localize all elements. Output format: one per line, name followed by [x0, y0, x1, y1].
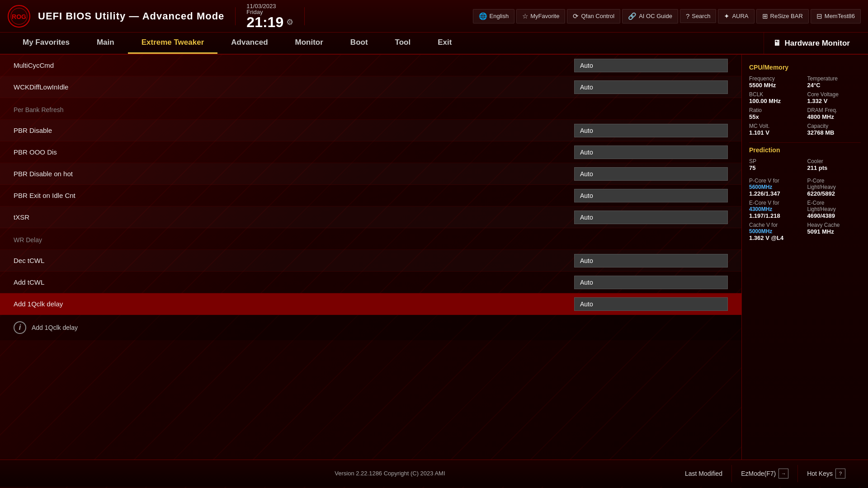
tab-boot[interactable]: Boot	[337, 33, 382, 54]
setting-value-pbr-exit-on-idle[interactable]: Auto	[574, 189, 728, 202]
setting-name-wck-diff: WCKDiffLowInIdle	[14, 83, 574, 91]
tool-search[interactable]: ? Search	[680, 9, 717, 23]
hardware-monitor-title: Hardware Monitor	[784, 39, 850, 48]
setting-row-wck-diff[interactable]: WCKDiffLowInIdle Auto	[0, 76, 741, 98]
setting-value-pbr-disable[interactable]: Auto	[574, 124, 728, 137]
ecore-v-value: 1.197/1.218	[749, 212, 803, 219]
section-label-wr-delay: WR Delay	[14, 236, 728, 244]
tab-tool[interactable]: Tool	[382, 33, 425, 54]
cache-v-freq: 5000MHz	[749, 228, 803, 235]
tab-advanced[interactable]: Advanced	[217, 33, 281, 54]
info-text: Add 1Qclk delay	[32, 324, 78, 331]
pcore-v-freq: 5600MHz	[749, 184, 803, 190]
core-voltage-value: 1.332 V	[807, 98, 861, 104]
pcore-lh-label: P-Core	[807, 178, 861, 184]
ezmode-button[interactable]: EzMode(F7) →	[731, 465, 797, 482]
tab-my-favorites[interactable]: My Favorites	[9, 33, 83, 54]
setting-value-add-1qclk-delay[interactable]: Auto	[574, 297, 728, 311]
app-title: UEFI BIOS Utility — Advanced Mode	[38, 10, 224, 22]
last-modified-button[interactable]: Last Modified	[676, 466, 731, 481]
tool-aioc[interactable]: 🔗 AI OC Guide	[622, 9, 678, 23]
setting-row-pbr-disable[interactable]: PBR Disable Auto	[0, 120, 741, 141]
monitor-grid-top: Frequency 5500 MHz Temperature 24°C BCLK…	[749, 75, 861, 136]
tab-main[interactable]: Main	[83, 33, 128, 54]
tool-myfavorite[interactable]: ☆ MyFavorite	[516, 9, 565, 23]
setting-row-pbr-ooo-dis[interactable]: PBR OOO Dis Auto	[0, 141, 741, 163]
ezmode-icon: →	[778, 469, 788, 479]
setting-value-txsr[interactable]: Auto	[574, 211, 728, 224]
setting-value-pbr-disable-on-hot[interactable]: Auto	[574, 167, 728, 181]
cooler-label: Cooler	[807, 158, 861, 164]
setting-value-pbr-ooo-dis[interactable]: Auto	[574, 145, 728, 159]
setting-name-pbr-disable: PBR Disable	[14, 127, 574, 134]
setting-value-wck-diff[interactable]: Auto	[574, 80, 728, 94]
pcore-v-value: 1.226/1.347	[749, 190, 803, 197]
setting-value-add-tcwl[interactable]: Auto	[574, 276, 728, 289]
setting-name-pbr-ooo-dis: PBR OOO Dis	[14, 148, 574, 156]
tool-resizebar-label: ReSize BAR	[770, 13, 803, 19]
setting-row-add-tcwl[interactable]: Add tCWL Auto	[0, 272, 741, 293]
tab-extreme-tweaker[interactable]: Extreme Tweaker	[128, 33, 218, 54]
setting-row-pbr-exit-on-idle[interactable]: PBR Exit on Idle Cnt Auto	[0, 185, 741, 206]
gear-icon[interactable]: ⚙	[286, 17, 293, 27]
resize-icon: ⊞	[762, 12, 768, 20]
mc-volt-label: MC Volt.	[749, 123, 803, 129]
ecore-v-section: E-Core V for 4300MHz 1.197/1.218	[749, 200, 803, 219]
tool-english[interactable]: 🌐 English	[473, 9, 515, 23]
setting-name-pbr-disable-on-hot: PBR Disable on hot	[14, 170, 574, 178]
tab-exit[interactable]: Exit	[424, 33, 465, 54]
prediction-detail-grid: P-Core V for 5600MHz 1.226/1.347 P-Core …	[749, 178, 861, 241]
tool-myfavorite-label: MyFavorite	[530, 13, 559, 19]
bclk-value: 100.00 MHz	[749, 98, 803, 104]
sp-label: SP	[749, 158, 803, 164]
frequency-label: Frequency	[749, 75, 803, 82]
tool-qfan-label: Qfan Control	[581, 13, 614, 19]
pcore-v-label: P-Core V for	[749, 178, 803, 184]
fan-icon: ⟳	[573, 12, 579, 20]
setting-name-add-tcwl: Add tCWL	[14, 278, 574, 286]
ecore-lh-section: E-Core Light/Heavy 4690/4389	[807, 200, 861, 219]
link-icon: 🔗	[628, 12, 637, 20]
tool-memtest-label: MemTest86	[825, 13, 855, 19]
temperature-label: Temperature	[807, 75, 861, 82]
setting-row-add-1qclk-delay[interactable]: Add 1Qclk delay Auto	[0, 293, 741, 315]
setting-row-txsr[interactable]: tXSR Auto	[0, 206, 741, 228]
tool-aura[interactable]: ✦ AURA	[718, 9, 754, 23]
setting-value-multi-cyc-cmd[interactable]: Auto	[574, 59, 728, 72]
tool-aura-label: AURA	[732, 13, 748, 19]
main-layout: MultiCycCmd Auto WCKDiffLowInIdle Auto P…	[0, 55, 868, 460]
tab-monitor[interactable]: Monitor	[282, 33, 337, 54]
pcore-lh-section: P-Core Light/Heavy 6220/5892	[807, 178, 861, 197]
aura-icon: ✦	[724, 12, 730, 20]
ratio-label: Ratio	[749, 107, 803, 113]
ezmode-label: EzMode(F7)	[741, 470, 776, 477]
setting-name-pbr-exit-on-idle: PBR Exit on Idle Cnt	[14, 192, 574, 199]
right-panel: CPU/Memory Frequency 5500 MHz Temperatur…	[741, 55, 868, 460]
mc-volt-section: MC Volt. 1.101 V	[749, 123, 803, 136]
hotkeys-label: Hot Keys	[807, 470, 833, 477]
capacity-label: Capacity	[807, 123, 861, 129]
svg-text:ROG: ROG	[12, 13, 26, 20]
dram-freq-section: DRAM Freq. 4800 MHz	[807, 107, 861, 120]
section-label-per-bank-refresh: Per Bank Refresh	[14, 106, 728, 113]
core-voltage-section: Core Voltage 1.332 V	[807, 91, 861, 104]
tool-memtest[interactable]: ⊟ MemTest86	[811, 9, 861, 23]
setting-row-multi-cyc-cmd[interactable]: MultiCycCmd Auto	[0, 55, 741, 76]
sp-section: SP 75	[749, 158, 803, 171]
hotkeys-button[interactable]: Hot Keys ?	[797, 465, 854, 482]
setting-value-dec-tcwl[interactable]: Auto	[574, 254, 728, 267]
sp-value: 75	[749, 164, 803, 171]
core-voltage-label: Core Voltage	[807, 91, 861, 98]
nav-tabs: My Favorites Main Extreme Tweaker Advanc…	[0, 33, 868, 55]
monitor-icon: 🖥	[773, 39, 781, 48]
info-icon: i	[14, 321, 26, 334]
temperature-section: Temperature 24°C	[807, 75, 861, 89]
setting-name-dec-tcwl: Dec tCWL	[14, 257, 574, 264]
cooler-value: 211 pts	[807, 164, 861, 171]
hardware-monitor-tab: 🖥 Hardware Monitor	[764, 33, 859, 54]
setting-row-dec-tcwl[interactable]: Dec tCWL Auto	[0, 250, 741, 272]
tool-resizebar[interactable]: ⊞ ReSize BAR	[756, 9, 809, 23]
tool-qfan[interactable]: ⟳ Qfan Control	[567, 9, 620, 23]
settings-list: MultiCycCmd Auto WCKDiffLowInIdle Auto P…	[0, 55, 741, 315]
setting-row-pbr-disable-on-hot[interactable]: PBR Disable on hot Auto	[0, 163, 741, 185]
